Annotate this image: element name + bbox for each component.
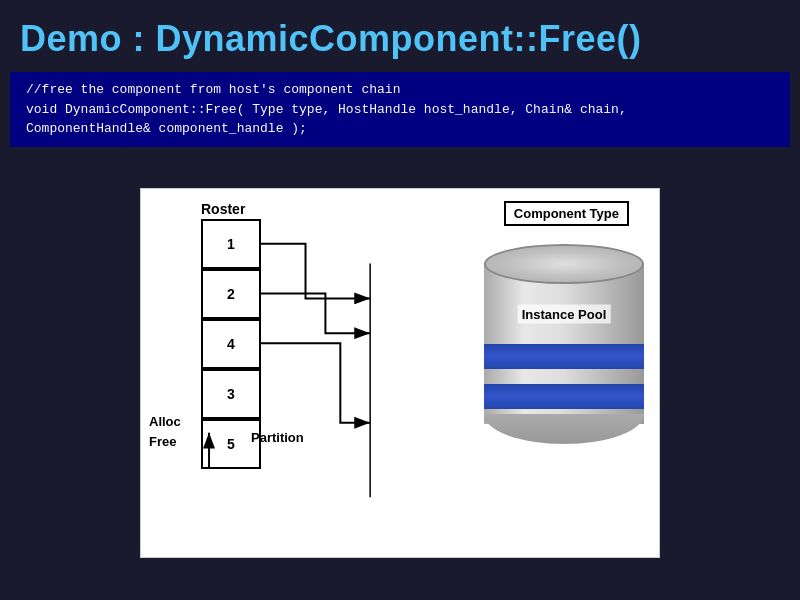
cylinder: Instance Pool <box>484 244 644 444</box>
roster-cell-2: 2 <box>201 269 261 319</box>
cylinder-bottom <box>484 414 644 444</box>
component-type-label: Component Type <box>504 201 629 226</box>
alloc-label: Alloc <box>149 414 181 429</box>
code-line-2: void DynamicComponent::Free( Type type, … <box>26 100 774 120</box>
instance-pool-label: Instance Pool <box>518 305 611 324</box>
diagram-area: Roster 1 2 4 3 5 <box>0 147 800 601</box>
page-title: Demo : DynamicComponent::Free() <box>0 0 800 72</box>
roster-cell-1: 1 <box>201 219 261 269</box>
partition-label: Partition <box>251 430 304 445</box>
roster-cell-3: 3 <box>201 369 261 419</box>
page: Demo : DynamicComponent::Free() //free t… <box>0 0 800 600</box>
code-line-1: //free the component from host's compone… <box>26 80 774 100</box>
title-text: Demo : DynamicComponent::Free() <box>20 18 642 59</box>
cylinder-stripe-2 <box>484 384 644 409</box>
cylinder-top <box>484 244 644 284</box>
diagram-container: Roster 1 2 4 3 5 <box>140 188 660 558</box>
free-label: Free <box>149 434 176 449</box>
cylinder-stripe-1 <box>484 344 644 369</box>
code-block: //free the component from host's compone… <box>10 72 790 147</box>
roster-cell-4: 4 <box>201 319 261 369</box>
cylinder-shape: Instance Pool <box>484 244 644 444</box>
roster-label: Roster <box>201 201 245 217</box>
code-line-3: ComponentHandle& component_handle ); <box>26 119 774 139</box>
